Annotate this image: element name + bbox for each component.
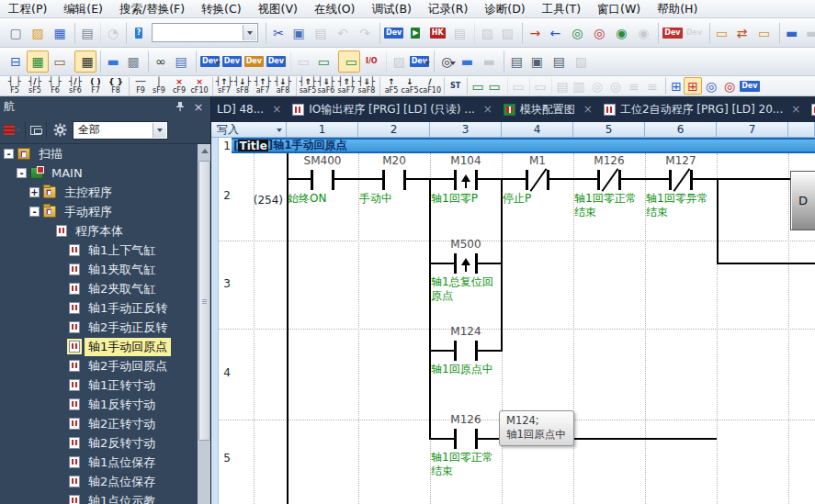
device-search-red-button[interactable]: ◎ <box>720 77 739 95</box>
menu-item[interactable]: 诊断(D) <box>476 0 533 18</box>
tree-item[interactable]: 轴2正转寸动 <box>0 414 198 433</box>
redo-button[interactable]: ↷ <box>354 22 376 44</box>
project-selector-combobox[interactable] <box>152 23 258 42</box>
ladder-symbol-button[interactable]: ┤/├ sF5 <box>25 77 45 95</box>
menu-item[interactable]: 转换(C) <box>193 0 249 18</box>
tree-item[interactable]: 轴2夹取气缸 <box>0 279 198 298</box>
tree-expand-box[interactable]: - <box>4 149 14 159</box>
tree-item[interactable]: 轴2点位保存 <box>0 472 198 491</box>
delete-plc-data-button[interactable]: ◎ <box>588 22 610 44</box>
ladder-symbol-button[interactable]: ┤↑├ sF7 <box>212 77 232 95</box>
menu-item[interactable]: 窗口(W) <box>589 0 649 18</box>
ladder-symbol-button[interactable]: × cF9 <box>169 77 189 95</box>
coil-find-button[interactable]: ▬ <box>478 50 500 73</box>
ladder-symbol-button[interactable]: × cF10 <box>189 77 209 95</box>
sampling-trace-button[interactable]: ▨ <box>570 50 592 73</box>
write-mode-cell[interactable]: 写入 <box>211 122 287 138</box>
statement-jump-button[interactable]: ▭ <box>709 22 731 44</box>
contact-m104[interactable]: M104 轴1回零P <box>429 154 503 242</box>
verify-with-plc-button[interactable]: ◎ <box>566 22 588 44</box>
tree-item[interactable]: 轴1点位示教 <box>0 491 198 504</box>
menu-item[interactable]: 记录(R) <box>420 0 476 18</box>
ladder-symbol-button[interactable]: ↓ caF5 <box>400 77 420 95</box>
rung-title-statement[interactable]: [Title]轴1手动回原点 <box>232 138 815 153</box>
statement-display-button[interactable]: ▤ <box>504 50 526 73</box>
write-to-plc-button[interactable]: → <box>522 22 544 44</box>
help-button[interactable]: ? <box>126 22 148 44</box>
ladder-symbol-button[interactable]: ∕ caF10 <box>420 77 440 95</box>
close-tab-icon[interactable]: × <box>583 103 593 116</box>
close-tab-icon[interactable]: × <box>483 103 492 116</box>
ladder-paste-button[interactable]: ▥ <box>570 77 588 95</box>
document-tab[interactable]: 模块配置图 × <box>498 96 598 122</box>
monitor-run-button[interactable]: ▶ <box>404 22 426 44</box>
ladder-symbol-button[interactable]: ── F9 <box>129 77 149 95</box>
menu-item[interactable]: 编辑(E) <box>55 0 111 18</box>
tree-expand-box[interactable]: - <box>29 207 40 217</box>
open-project-button[interactable]: ▨ <box>27 22 49 44</box>
menu-item[interactable]: 搜索/替换(F) <box>111 0 193 18</box>
contact-m126-rung5[interactable]: M126 轴1回零正常结束 <box>429 413 503 501</box>
window-cascade-button[interactable]: ▬ <box>801 22 815 44</box>
device-write-button[interactable]: Dev <box>379 22 404 44</box>
device-carry-button[interactable]: Dev <box>658 22 683 44</box>
ladder-edit-mode-button[interactable]: ▭ <box>338 50 360 73</box>
instruction-block-partial[interactable]: D <box>790 171 815 230</box>
instruction-help-button[interactable]: ▭ <box>529 77 548 95</box>
close-tab-icon[interactable]: × <box>791 103 800 116</box>
ladder-symbol-button[interactable]: ┤⇑├ saF7 <box>336 77 357 95</box>
io-system-check-button[interactable]: I/O <box>360 50 382 73</box>
read-mode-find-button[interactable]: ◎ <box>588 77 606 95</box>
insert-row-button[interactable]: ≡ <box>625 77 643 95</box>
menu-item[interactable]: 视图(V) <box>250 0 306 18</box>
undo-button[interactable]: ↶ <box>332 22 354 44</box>
tree-item[interactable]: + 主控程序 <box>0 183 198 202</box>
ladder-symbol-button[interactable]: ┤↑├ aF7 <box>253 77 273 95</box>
edit-vertical-line-button[interactable]: ⊞ <box>665 77 684 95</box>
tree-item[interactable]: 轴1正转寸动 <box>0 375 198 395</box>
memory-card-button[interactable]: ▭ <box>49 50 71 73</box>
combobox-dropdown-icon[interactable] <box>153 123 166 138</box>
filter-dropdown-icon[interactable] <box>3 121 21 140</box>
module-configuration-button[interactable]: ▦ <box>27 50 49 73</box>
read-from-plc-button[interactable]: ← <box>544 22 566 44</box>
find-button[interactable]: ∞ <box>148 50 170 73</box>
ladder-symbol-button[interactable]: ┤ ├ F5 <box>5 77 25 95</box>
paste-button[interactable]: ▤ <box>310 22 332 44</box>
comment-display-button[interactable]: ▭ <box>290 50 312 73</box>
device-comment-edit-button[interactable]: ▭ <box>467 77 485 95</box>
ladder-symbol-button[interactable]: ┤⇑├ saF5 <box>296 77 316 95</box>
menu-item[interactable]: 在线(O) <box>306 0 364 18</box>
tree-scrollbar[interactable] <box>198 144 211 504</box>
ladder-symbol-button[interactable]: ┤↓├ sF8 <box>232 77 253 95</box>
monitor-stop-button[interactable]: ◉ <box>632 22 654 44</box>
device-display-mode-button[interactable]: Dev <box>408 50 430 73</box>
tree-item[interactable]: 轴1手动回原点 <box>0 337 198 356</box>
device-find-button[interactable]: Dev <box>196 50 221 73</box>
combobox-dropdown-icon[interactable] <box>243 25 256 40</box>
rung-select-strip[interactable] <box>211 138 219 504</box>
tree-filter-combobox[interactable]: 全部 <box>73 121 168 140</box>
project-revision-button[interactable]: ◔ <box>100 22 122 44</box>
menu-item[interactable]: 工程(P) <box>0 0 55 18</box>
menu-item[interactable]: 工具(T) <box>534 0 589 18</box>
gear-icon[interactable] <box>51 121 69 140</box>
inline-st-display-button[interactable]: ▣ <box>526 50 548 73</box>
edit-line-mode-button[interactable]: ⊞ <box>684 77 702 95</box>
print-button[interactable]: ▤ <box>74 22 96 44</box>
tree-scrollbar-thumb[interactable] <box>198 161 210 441</box>
device-io-button[interactable]: Dev <box>265 50 287 73</box>
tree-item[interactable]: 轴2反转寸动 <box>0 433 198 453</box>
ladder-symbol-button[interactable]: ┤⇓├ saF8 <box>357 77 377 95</box>
collapse-all-icon[interactable] <box>25 121 47 140</box>
navigation-window-button[interactable]: ⊟ <box>5 50 27 73</box>
tree-expand-box[interactable]: + <box>29 187 40 197</box>
save-project-button[interactable]: ▦ <box>49 22 71 44</box>
contact-sm400[interactable]: SM400 始终ON <box>286 154 359 242</box>
pin-icon[interactable] <box>171 97 189 116</box>
document-tab[interactable]: LD] 48... × <box>211 96 287 122</box>
document-tab[interactable]: IO输出程序 [PRG] [LD] (只读) ... × <box>287 96 498 122</box>
find-replace-button[interactable]: ▤ <box>170 50 192 73</box>
device-search-blue-button[interactable]: ◎ <box>702 77 720 95</box>
monitor-watch-button[interactable]: ◉ <box>610 22 632 44</box>
